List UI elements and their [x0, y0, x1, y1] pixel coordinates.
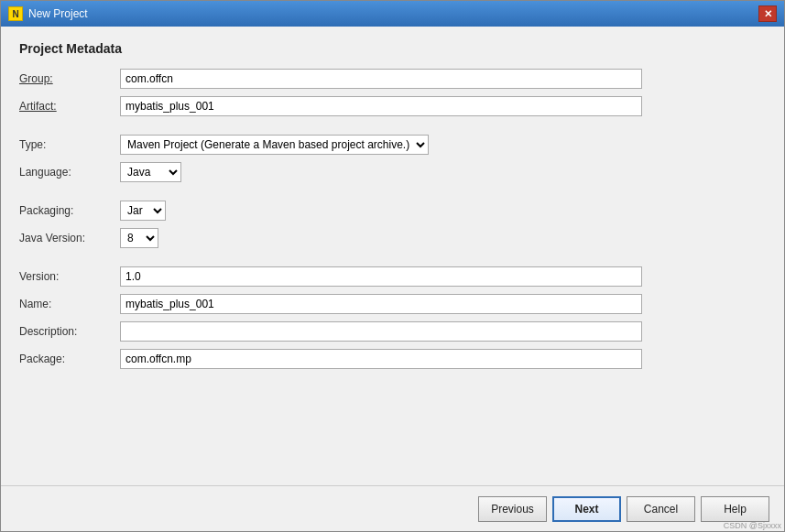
section-title: Project Metadata: [19, 41, 766, 56]
name-label: Name:: [19, 298, 120, 310]
cancel-button[interactable]: Cancel: [627, 496, 695, 522]
watermark: CSDN @Sjxxxx: [724, 521, 781, 530]
dialog-footer: Previous Next Cancel Help: [1, 485, 784, 531]
packaging-label: Packaging:: [19, 204, 120, 217]
spacer-3: [19, 190, 120, 193]
group-input[interactable]: [120, 69, 642, 89]
java-version-select[interactable]: 8 11 17: [120, 228, 158, 248]
spacer-5: [19, 255, 120, 259]
group-label: Group:: [19, 72, 120, 85]
help-button[interactable]: Help: [701, 496, 769, 522]
close-button[interactable]: ✕: [758, 5, 777, 22]
packaging-row: Jar War: [120, 201, 642, 221]
version-input[interactable]: [120, 266, 642, 287]
language-select[interactable]: Java Kotlin Groovy: [120, 162, 181, 182]
java-version-label: Java Version:: [19, 232, 120, 244]
spacer-2: [120, 124, 642, 127]
title-bar-left: N New Project: [8, 6, 88, 21]
description-label: Description:: [19, 325, 120, 338]
version-label: Version:: [19, 270, 120, 283]
spacer-4: [120, 190, 642, 193]
previous-button[interactable]: Previous: [478, 496, 547, 522]
type-row: Maven Project (Generate a Maven based pr…: [120, 135, 642, 155]
dialog-title: New Project: [28, 7, 88, 20]
title-bar: N New Project ✕: [1, 1, 784, 27]
package-label: Package:: [19, 353, 120, 365]
artifact-input[interactable]: [120, 96, 642, 116]
language-row: Java Kotlin Groovy: [120, 162, 642, 182]
packaging-select[interactable]: Jar War: [120, 201, 166, 221]
package-input[interactable]: [120, 349, 642, 369]
java-version-row: 8 11 17: [120, 228, 642, 248]
spacer-6: [120, 255, 642, 259]
form-grid: Group: Artifact: Type: Maven Project (Ge…: [19, 69, 642, 369]
dialog-body: Project Metadata Group: Artifact: Type: …: [1, 27, 784, 485]
type-label: Type:: [19, 138, 120, 151]
language-label: Language:: [19, 166, 120, 179]
spacer-1: [19, 124, 120, 127]
type-select[interactable]: Maven Project (Generate a Maven based pr…: [120, 135, 429, 155]
dialog-window: N New Project ✕ Project Metadata Group: …: [0, 0, 785, 532]
name-input[interactable]: [120, 294, 642, 314]
description-input[interactable]: [120, 321, 642, 342]
next-button[interactable]: Next: [552, 496, 621, 522]
app-icon: N: [8, 6, 23, 21]
artifact-label: Artifact:: [19, 100, 120, 113]
